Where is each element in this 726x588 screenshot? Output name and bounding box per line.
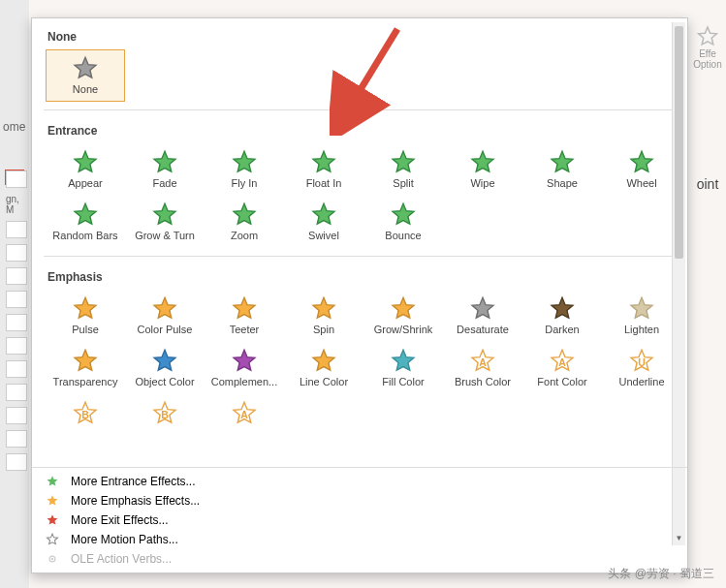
animation-grow-shrink[interactable]: Grow/Shrink: [363, 290, 443, 342]
animation-zoom[interactable]: Zoom: [205, 196, 284, 248]
star-green-icon: [364, 201, 442, 230]
animation-teeter[interactable]: Teeter: [205, 290, 284, 342]
animation-b1[interactable]: B: [46, 394, 125, 435]
star-outline-a-icon: A: [523, 347, 601, 376]
animation-brush-color[interactable]: ABrush Color: [443, 342, 522, 394]
slide-thumbnail[interactable]: [6, 244, 27, 262]
animation-grow-turn[interactable]: Grow & Turn: [125, 196, 205, 248]
animation-font-color[interactable]: AFont Color: [522, 342, 602, 394]
animation-lighten[interactable]: Lighten: [602, 290, 681, 342]
pane-hint: oint: [689, 176, 726, 192]
star-yellow-icon: [364, 294, 442, 324]
animation-line-color[interactable]: Line Color: [284, 342, 363, 394]
star-green-icon: [285, 148, 363, 177]
animation-label: Grow & Turn: [126, 230, 204, 241]
animation-swivel[interactable]: Swivel: [284, 196, 363, 248]
animation-label: Pulse: [47, 324, 124, 335]
more-entrance-effects[interactable]: More Entrance Effects...: [32, 472, 687, 491]
gear-icon: [46, 552, 63, 566]
slide-thumbnail[interactable]: [6, 337, 27, 355]
star-yellow-icon: [47, 294, 124, 324]
animation-complemen-[interactable]: Complemen...: [205, 342, 284, 394]
label: OLE Action Verbs...: [71, 552, 172, 566]
animation-random-bars[interactable]: Random Bars: [46, 196, 125, 248]
animation-fill-color[interactable]: Fill Color: [363, 342, 443, 394]
animation-darken[interactable]: Darken: [522, 290, 602, 342]
animation-label: Darken: [523, 324, 601, 335]
star-gray-icon: [47, 54, 124, 83]
animation-bounce[interactable]: Bounce: [363, 196, 443, 248]
animation-label: Brush Color: [444, 376, 521, 387]
star-gray-icon: [444, 294, 521, 324]
animation-label: Transparency: [47, 376, 124, 387]
scrollbar-thumb[interactable]: [675, 26, 683, 259]
slide-thumbnail[interactable]: [6, 384, 27, 401]
animation-fade[interactable]: Fade: [125, 143, 205, 196]
star-dark-icon: [523, 294, 601, 324]
animation-label: Line Color: [285, 376, 363, 387]
animation-shape[interactable]: Shape: [522, 143, 602, 196]
section-entrance: Entrance AppearFadeFly InFloat InSplitWi…: [32, 112, 687, 252]
animation-label: Appear: [47, 177, 124, 189]
animation-wipe[interactable]: Wipe: [443, 143, 522, 196]
star-outline-b-icon: B: [126, 399, 204, 428]
star-outline-a-icon: A: [444, 347, 521, 376]
animation-label: Wipe: [444, 177, 521, 189]
star-yellow-icon: [126, 294, 204, 324]
slide-thumbnail[interactable]: [6, 430, 27, 448]
animation-appear[interactable]: Appear: [46, 143, 125, 196]
gallery-footer: More Entrance Effects... More Emphasis E…: [32, 467, 687, 573]
svg-text:U: U: [638, 356, 646, 368]
slide-thumbnail[interactable]: [6, 291, 27, 308]
star-yellow-icon: [285, 294, 363, 324]
right-ribbon-crop: EffeOption oint: [689, 17, 726, 192]
slide-thumbnail[interactable]: [6, 407, 27, 424]
slide-thumbnail[interactable]: [6, 453, 27, 471]
animation-spin[interactable]: Spin: [284, 290, 363, 342]
animation-label: Shape: [523, 177, 601, 189]
animation-none[interactable]: None: [46, 49, 125, 102]
animation-label: Grow/Shrink: [364, 324, 442, 335]
slide-thumbnail[interactable]: [6, 360, 27, 378]
animation-float-in[interactable]: Float In: [284, 143, 363, 196]
star-outline-a-icon: A: [205, 399, 283, 428]
animation-b2[interactable]: B: [125, 394, 205, 435]
star-yellow-icon: [205, 294, 283, 324]
animation-label: Teeter: [205, 324, 283, 335]
more-emphasis-effects[interactable]: More Emphasis Effects...: [32, 491, 687, 511]
more-motion-paths[interactable]: More Motion Paths...: [32, 530, 687, 549]
divider: [44, 256, 676, 257]
slide-thumbnail[interactable]: [6, 314, 27, 331]
label: More Emphasis Effects...: [71, 494, 200, 508]
animation-wheel[interactable]: Wheel: [602, 143, 681, 196]
animation-underline[interactable]: UUnderline: [602, 342, 681, 394]
animation-label: None: [47, 83, 124, 95]
svg-text:B: B: [81, 409, 89, 420]
slide-thumbnail[interactable]: [6, 170, 27, 188]
star-teal-icon: [364, 347, 442, 376]
gn-crop: gn, M: [6, 194, 29, 215]
slide-thumbnail[interactable]: [6, 221, 27, 238]
slide-thumbnail[interactable]: [6, 267, 27, 285]
animation-transparency[interactable]: Transparency: [46, 342, 125, 394]
label: More Motion Paths...: [71, 533, 178, 546]
animation-label: Lighten: [603, 324, 680, 335]
star-green-icon: [205, 148, 283, 177]
animation-label: Object Color: [126, 376, 204, 387]
star-green-icon: [603, 148, 680, 177]
animation-desaturate[interactable]: Desaturate: [443, 290, 522, 342]
animation-object-color[interactable]: Object Color: [125, 342, 205, 394]
animation-split[interactable]: Split: [363, 143, 443, 196]
animation-color-pulse[interactable]: Color Pulse: [125, 290, 205, 342]
more-exit-effects[interactable]: More Exit Effects...: [32, 511, 687, 530]
animation-a3[interactable]: A: [205, 394, 284, 435]
star-green-icon: [47, 148, 124, 177]
star-yellow-icon: [47, 347, 124, 376]
animation-label: Wheel: [603, 177, 680, 189]
animation-pulse[interactable]: Pulse: [46, 290, 125, 342]
section-title-entrance: Entrance: [46, 118, 687, 143]
animation-fly-in[interactable]: Fly In: [205, 143, 284, 196]
star-outline-u-icon: U: [603, 347, 680, 376]
star-green-icon: [126, 201, 204, 230]
star-green-icon: [285, 201, 363, 230]
